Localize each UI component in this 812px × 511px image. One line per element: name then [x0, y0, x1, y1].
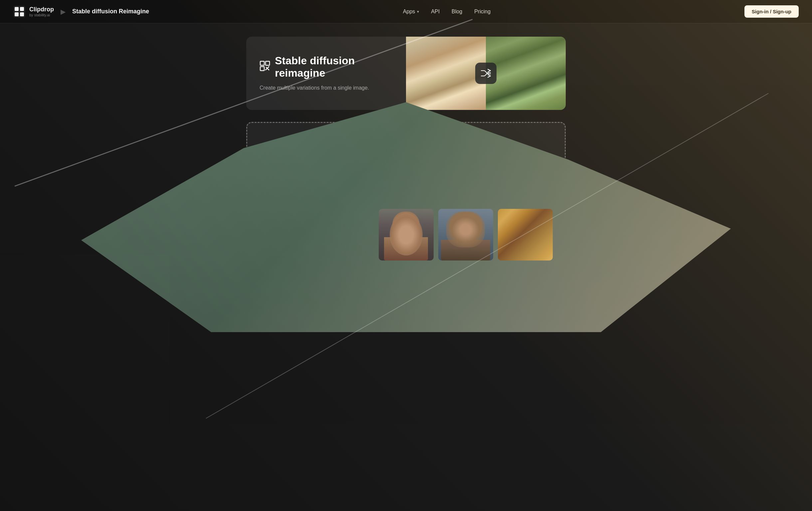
main-content: Stable diffusion reimagine Create multip… — [240, 23, 572, 280]
shuffle-icon — [481, 68, 491, 79]
thumb-abstract-image — [498, 209, 553, 261]
examples-row — [246, 209, 566, 261]
example-thumb-abstract[interactable] — [498, 209, 553, 261]
shuffle-overlay — [475, 63, 496, 84]
